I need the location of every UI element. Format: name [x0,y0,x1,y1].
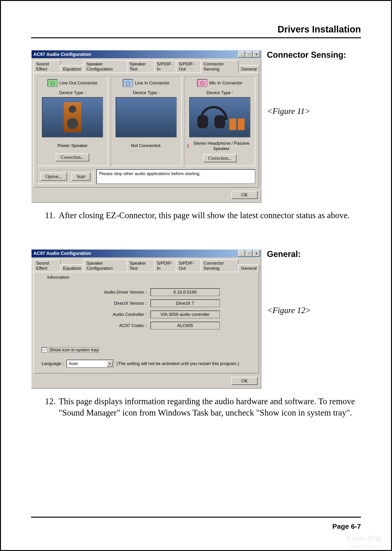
footer-rule [31,517,361,518]
window-control-buttons: _ □ × [238,250,260,257]
jack-icon-green: ◯ [48,79,58,87]
ok-row: OK [32,189,261,202]
tab-general[interactable]: General [238,264,259,272]
language-label: Language : [42,361,64,366]
jack-icon-blue: ◯ [123,79,133,87]
tab-equalizer[interactable]: Equalizer [60,264,84,272]
figure-11-caption: <Figure 11> [267,106,346,116]
status-message: Please stop other audio applications bef… [96,169,255,184]
maximize-button[interactable]: □ [245,250,252,257]
window-titlebar: AC97 Audio Configuration _ □ × [32,50,261,58]
document-page: Drivers Installation AC97 Audio Configur… [0,0,392,551]
minimize-button[interactable]: _ [238,51,245,57]
list-text: After closing EZ-Connector, this page wi… [59,210,355,221]
tab-general[interactable]: General [238,65,259,72]
language-value: Auto [69,361,78,366]
language-row: Language : Auto ▼ (The setting will not … [42,360,255,368]
figure-12-side: General: <Figure 12> [267,249,311,315]
info-label: Audio Driver Version : [72,290,147,295]
tab-spdif-in[interactable]: S/PDIF-In [154,60,176,72]
connector-panel-mic-in: ◯ Mic In Connector Device Type : ! [184,76,255,166]
list-item-11: 11. After closing EZ-Connector, this pag… [45,210,361,221]
close-button[interactable]: × [253,51,260,57]
tab-speaker-test[interactable]: Speaker Test [127,60,154,72]
show-icon-checkbox-row: ✓ Show icon in system tray [42,347,255,353]
device-image-empty [116,97,177,137]
connectors-row: ◯ Line Out Connector Device Type : Power… [37,76,255,166]
tab-connector-sensing[interactable]: Connector Sensing [201,259,239,272]
language-note: (The setting will not be activated until… [117,361,239,366]
ac97-window-general: AC97 Audio Configuration _ □ × Sound Eff… [31,249,261,389]
bottom-controls-row: Option... Start Please stop other audio … [37,169,255,184]
window-control-buttons: _ □ × [238,51,260,57]
tab-sound-effect[interactable]: Sound Effect [33,60,61,72]
device-type-label: Device Type : [207,90,233,95]
info-row-audio-controller: Audio Controller : VIA 3059 audio contro… [43,310,249,318]
list-number: 11. [45,210,56,221]
maximize-button[interactable]: □ [245,51,252,57]
window-title: AC97 Audio Configuration [33,52,91,57]
device-status: Power Speaker [57,141,88,150]
device-type-label: Device Type : [59,90,86,95]
jack-label: Line Out Connector [60,80,98,86]
ok-row: OK [32,375,261,388]
watermark: Baidu 经验 [347,534,382,543]
info-value: DirectX 7 [150,299,220,307]
list-item-12: 12. This page displays information regar… [45,396,361,419]
correction-button[interactable]: Correction... [56,153,89,161]
tab-speaker-test[interactable]: Speaker Test [127,259,154,272]
info-label: AC97 Codec : [72,323,147,328]
option-button[interactable]: Option... [40,172,67,181]
device-status: Not Connected. [131,141,161,150]
fieldset-label: Information [46,275,71,280]
info-value: VIA 3059 audio controller [150,310,220,318]
info-value: 5.10.0.5190 [150,288,220,296]
jack-row: ◯ Line Out Connector [48,79,98,87]
info-value: ALC655 [150,322,220,329]
tab-equalizer[interactable]: Equalizer [60,65,84,72]
tabs-row: Sound Effect Equalizer Speaker Configura… [32,258,261,272]
tab-spdif-out[interactable]: S/PDIF-Out [176,60,201,72]
device-type-label: Device Type : [133,90,160,95]
figure-11-section: AC97 Audio Configuration _ □ × Sound Eff… [31,50,361,203]
jack-icon-pink: ◯ [197,79,207,87]
jack-row: ◯ Line In Connector [123,79,170,87]
correction-button[interactable]: Correction... [203,154,237,162]
list-text: This page displays information regarding… [59,396,355,419]
tab-speaker-configuration[interactable]: Speaker Configuration [84,60,127,72]
tab-sound-effect[interactable]: Sound Effect [33,259,61,272]
jack-label: Line In Connector [135,80,170,86]
connector-panel-line-in: ◯ Line In Connector Device Type : Not Co… [111,76,182,166]
language-dropdown[interactable]: Auto ▼ [66,360,114,368]
tab-body: ◯ Line Out Connector Device Type : Power… [33,72,259,188]
ok-button[interactable]: OK [231,377,258,385]
window-titlebar: AC97 Audio Configuration _ □ × [32,250,261,258]
figure-12-caption: <Figure 12> [267,305,311,315]
device-image-speaker [42,97,103,137]
figure-11-side: Connector Sensing: <Figure 11> [267,50,346,116]
device-image-headphone [189,97,251,137]
window-title: AC97 Audio Configuration [33,251,91,256]
list-number: 12. [45,396,56,407]
jack-label: Mic In Connector [209,80,243,86]
tab-connector-sensing[interactable]: Connector Sensing [201,60,239,73]
tab-spdif-in[interactable]: S/PDIF-In [154,259,176,272]
show-icon-label: Show icon in system tray [49,347,99,353]
page-number: Page 6-7 [332,522,361,530]
show-icon-checkbox[interactable]: ✓ [42,347,47,353]
warning-icon: ! [187,143,189,149]
minimize-button[interactable]: _ [238,250,245,257]
figure-11-title: Connector Sensing: [267,50,346,60]
device-status-text: Stereo Headphone / Passive Speaker [190,141,252,151]
info-row-directx-version: DirectX Version : DirectX 7 [43,299,249,307]
start-button[interactable]: Start [72,172,91,181]
tab-speaker-configuration[interactable]: Speaker Configuration [84,259,127,272]
ok-button[interactable]: OK [231,191,258,199]
tab-spdif-out[interactable]: S/PDIF-Out [176,259,201,272]
close-button[interactable]: × [253,250,260,257]
connector-panel-line-out: ◯ Line Out Connector Device Type : Power… [37,76,108,166]
chevron-down-icon[interactable]: ▼ [107,361,113,367]
tab-body: Information Audio Driver Version : 5.10.… [33,272,259,374]
page-header: Drivers Installation [31,24,361,35]
watermark-sub: jingyan.baidu.com [348,544,382,549]
